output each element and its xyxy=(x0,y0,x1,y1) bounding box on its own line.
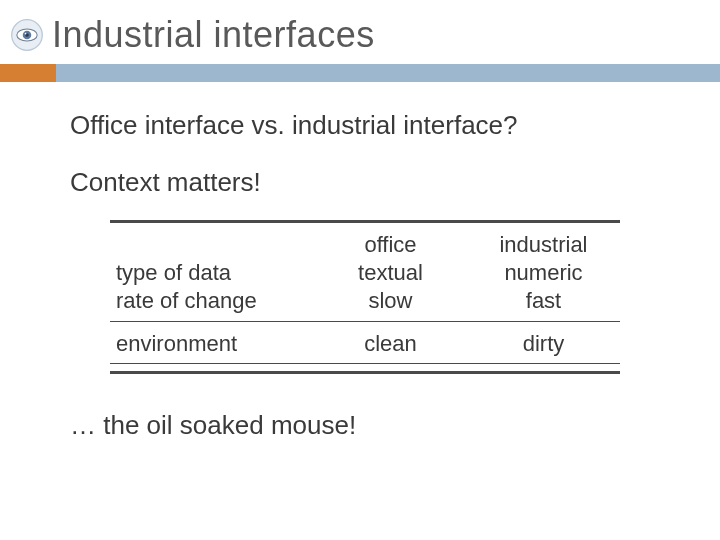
row-label: rate of change xyxy=(110,287,314,315)
cell: clean xyxy=(314,330,467,358)
divider-main xyxy=(56,64,720,82)
row-label: environment xyxy=(110,330,314,358)
table-header-empty xyxy=(110,231,314,259)
divider-bar xyxy=(0,64,720,82)
table-col-office: office xyxy=(314,231,467,259)
cell: dirty xyxy=(467,330,620,358)
table-col-industrial: industrial xyxy=(467,231,620,259)
content: Office interface vs. industrial interfac… xyxy=(0,82,720,441)
title-row: Industrial interfaces xyxy=(0,0,720,62)
cell: fast xyxy=(467,287,620,315)
svg-point-4 xyxy=(25,33,27,35)
divider-accent xyxy=(0,64,56,82)
subtitle: Office interface vs. industrial interfac… xyxy=(70,110,670,141)
context-line: Context matters! xyxy=(70,167,670,198)
comparison-table: office industrial type of data textual n… xyxy=(110,220,620,376)
cell: slow xyxy=(314,287,467,315)
cell: numeric xyxy=(467,259,620,287)
row-label: type of data xyxy=(110,259,314,287)
footer-line: … the oil soaked mouse! xyxy=(70,410,670,441)
eye-icon xyxy=(10,18,44,52)
cell: textual xyxy=(314,259,467,287)
page-title: Industrial interfaces xyxy=(52,14,375,56)
